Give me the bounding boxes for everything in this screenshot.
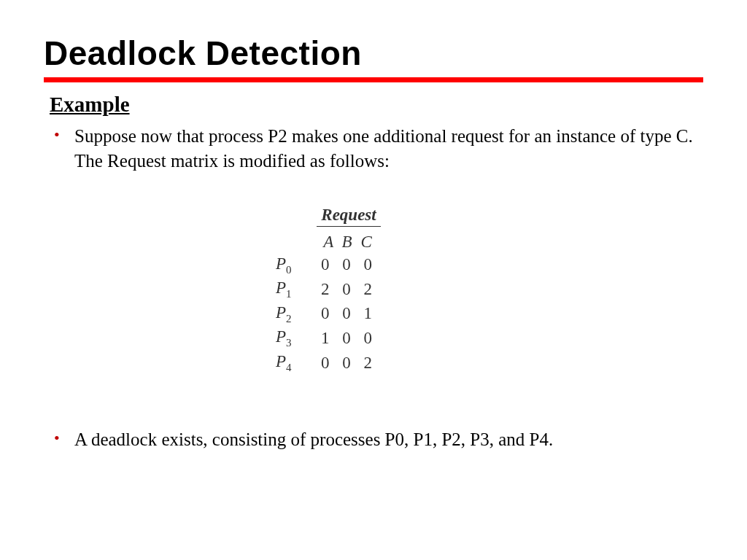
process-label: P2 — [276, 302, 317, 327]
request-matrix: Request A B C P0 0 0 0 P1 2 0 2 P2 0 0 1 — [276, 206, 381, 376]
matrix-row: P2 0 0 1 — [276, 302, 381, 327]
process-label: P3 — [276, 326, 317, 351]
slide: Deadlock Detection Example Suppose now t… — [0, 0, 747, 560]
matrix-title: Request — [317, 206, 381, 227]
matrix-values: 1 0 0 — [317, 326, 381, 351]
bullet-list-2: A deadlock exists, consisting of process… — [50, 427, 703, 452]
subheading: Example — [50, 93, 703, 117]
matrix-values: 0 0 1 — [317, 302, 381, 327]
bullet-list: Suppose now that process P2 makes one ad… — [50, 124, 703, 174]
matrix-values: 0 0 0 — [317, 253, 381, 278]
request-matrix-wrap: Request A B C P0 0 0 0 P1 2 0 2 P2 0 0 1 — [44, 206, 703, 376]
matrix-row: P3 1 0 0 — [276, 326, 381, 351]
matrix-values: 0 0 2 — [317, 351, 381, 376]
matrix-row: P4 0 0 2 — [276, 351, 381, 376]
process-label: P4 — [276, 351, 317, 376]
matrix-row: P1 2 0 2 — [276, 277, 381, 302]
process-label: P1 — [276, 277, 317, 302]
process-label: P0 — [276, 253, 317, 278]
title-rule — [44, 77, 703, 82]
bullet-1: Suppose now that process P2 makes one ad… — [50, 124, 703, 174]
matrix-row: P0 0 0 0 — [276, 253, 381, 278]
matrix-columns: A B C — [317, 231, 381, 253]
matrix-values: 2 0 2 — [317, 277, 381, 302]
matrix-header-row: A B C — [276, 231, 381, 253]
matrix-table: A B C P0 0 0 0 P1 2 0 2 P2 0 0 1 P3 1 0 … — [276, 231, 381, 376]
slide-title: Deadlock Detection — [44, 34, 703, 73]
bullet-2: A deadlock exists, consisting of process… — [50, 427, 703, 452]
